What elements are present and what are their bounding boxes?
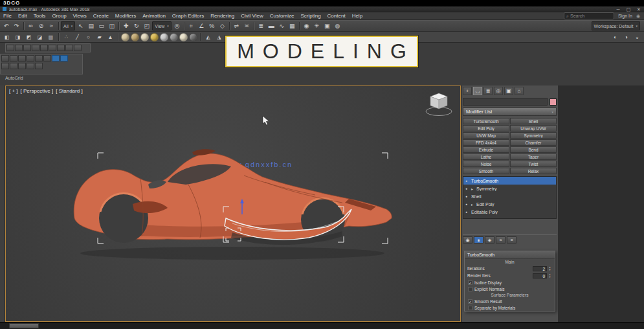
checkbox-separate-by-materials[interactable]: Separate by Materials <box>465 304 555 311</box>
render-production-icon[interactable]: ◍ <box>333 21 342 30</box>
show-end-result[interactable]: ∎ <box>474 236 483 244</box>
mini-button[interactable] <box>74 45 82 51</box>
modifier-button-turbosmooth[interactable]: TurboSmooth <box>463 118 509 124</box>
polygon-mode-icon[interactable]: ▰ <box>94 32 104 41</box>
align-icon[interactable]: ≍ <box>242 21 252 30</box>
checkbox-icon[interactable] <box>468 306 472 310</box>
search-input[interactable]: Search <box>570 14 584 18</box>
mini-button[interactable] <box>23 45 31 51</box>
spinner-snap-toggle-icon[interactable]: ◇ <box>217 21 227 30</box>
configure-modifier-sets[interactable]: ≡ <box>507 236 516 244</box>
modifier-button-edit-poly[interactable]: Edit Poly <box>463 125 509 131</box>
select-by-name-icon[interactable]: ▤ <box>86 21 96 30</box>
unlink-selection-icon[interactable]: ⊘ <box>36 21 46 30</box>
select-object-icon[interactable]: ↖ <box>76 21 85 30</box>
safe-frames-icon[interactable]: ◑ <box>621 32 631 41</box>
rectangular-selection-region-icon[interactable]: ▭ <box>96 21 106 30</box>
stack-item-turbosmooth[interactable]: ●TurboSmooth <box>463 177 556 185</box>
render-setup-icon[interactable]: ✳ <box>312 21 322 30</box>
visibility-icon[interactable]: ● <box>465 194 469 198</box>
undo-icon[interactable]: ↶ <box>1 21 11 30</box>
param-value[interactable]: 0 <box>533 273 547 278</box>
menu-customize[interactable]: Customize <box>267 12 298 19</box>
modifier-button-lathe[interactable]: Lathe <box>463 153 509 160</box>
object-paint-icon[interactable]: ◪ <box>35 32 45 41</box>
hierarchy-tab[interactable]: ≣ <box>483 87 493 95</box>
viewport-menu-pov[interactable]: [ Perspective ] <box>21 88 54 94</box>
menu-content[interactable]: Content <box>324 12 349 19</box>
material-sphere-4[interactable] <box>150 33 159 41</box>
mini-button[interactable] <box>27 55 34 62</box>
modifier-button-smooth[interactable]: Smooth <box>463 168 509 174</box>
checkbox-smooth-result[interactable]: ✓Smooth Result <box>465 298 555 304</box>
close-button[interactable]: ✕ <box>634 6 644 12</box>
mini-button[interactable] <box>18 55 26 62</box>
conform-brush-icon[interactable]: ◮ <box>214 32 224 41</box>
workspace-selector[interactable]: Workspace: Default▾ <box>592 21 640 30</box>
rendered-frame-window-icon[interactable]: ▣ <box>322 21 332 30</box>
mini-button[interactable] <box>49 45 56 51</box>
car-model[interactable] <box>71 142 407 262</box>
use-pivot-point-center-icon[interactable]: ◎ <box>172 21 182 30</box>
modifier-button-extrude[interactable]: Extrude <box>463 146 509 153</box>
spinner-arrows[interactable]: ▴▾ <box>548 273 552 278</box>
modifier-button-twist[interactable]: Twist <box>510 161 557 167</box>
mini-button-blue[interactable] <box>52 55 60 62</box>
checkbox-explicit-normals[interactable]: Explicit Normals <box>465 286 555 292</box>
expand-icon[interactable]: ▸ <box>471 202 474 207</box>
material-sphere-1[interactable] <box>121 33 129 41</box>
vertex-mode-icon[interactable]: ∴ <box>61 32 71 41</box>
curve-editor-icon[interactable]: ∿ <box>277 21 287 30</box>
mini-button[interactable] <box>1 55 9 62</box>
modifier-button-taper[interactable]: Taper <box>510 153 557 160</box>
mini-button[interactable] <box>10 63 17 69</box>
mini-button[interactable] <box>27 63 34 69</box>
modifier-button-unwrap-uvw[interactable]: Unwrap UVW <box>510 125 557 131</box>
create-tab[interactable]: + <box>463 87 472 95</box>
visibility-icon[interactable]: ● <box>465 187 469 190</box>
menu-graph-editors[interactable]: Graph Editors <box>169 12 207 19</box>
mini-button[interactable] <box>35 63 43 69</box>
spinner-arrows[interactable]: ▴▾ <box>548 266 552 271</box>
mini-button[interactable] <box>10 55 17 62</box>
border-mode-icon[interactable]: ○ <box>83 32 93 41</box>
minimize-button[interactable]: ─ <box>613 6 623 12</box>
checkbox-isoline-display[interactable]: ✓Isoline Display <box>465 279 555 286</box>
perspective-viewport[interactable]: [ + ] [ Perspective ] [ Standard ] 缘分CG … <box>5 85 461 322</box>
object-name-field[interactable] <box>463 98 548 106</box>
modifier-button-chamfer[interactable]: Chamfer <box>510 139 557 146</box>
stack-item-edit-poly[interactable]: ●▸Edit Poly <box>463 200 556 208</box>
pin-stack[interactable]: ◉ <box>463 236 472 244</box>
modifier-list-dropdown[interactable]: Modifier List ▾ <box>463 108 557 116</box>
menu-views[interactable]: Views <box>70 12 90 19</box>
reference-coordinate-system[interactable]: View▾ <box>152 21 172 30</box>
select-and-link-icon[interactable]: ∞ <box>26 21 36 30</box>
select-and-move-icon[interactable]: ✚ <box>121 21 131 30</box>
menu-help[interactable]: Help <box>349 12 366 19</box>
object-color-swatch[interactable] <box>550 98 557 106</box>
percent-snap-toggle-icon[interactable]: % <box>207 21 217 30</box>
modifier-button-symmetry[interactable]: Symmetry <box>510 132 557 139</box>
element-mode-icon[interactable]: ▲ <box>105 32 115 41</box>
mirror-icon[interactable]: ⇌ <box>232 21 241 30</box>
mini-button[interactable] <box>57 45 65 51</box>
expand-icon[interactable]: ▸ <box>471 187 474 191</box>
edge-mode-icon[interactable]: ╱ <box>72 32 82 41</box>
modifier-button-relax[interactable]: Relax <box>510 168 557 174</box>
maxscript-mini-listener[interactable] <box>9 323 39 328</box>
material-sphere-5[interactable] <box>160 33 168 41</box>
select-and-rotate-icon[interactable]: ↻ <box>131 21 141 30</box>
sign-in-button[interactable]: Sign In <box>618 14 632 18</box>
select-and-scale-icon[interactable]: ◰ <box>142 21 151 30</box>
material-sphere-3[interactable] <box>140 33 149 41</box>
mini-button[interactable] <box>6 45 14 51</box>
modifier-button-shell[interactable]: Shell <box>510 118 557 124</box>
mini-button[interactable] <box>35 55 43 62</box>
material-editor-icon[interactable]: ◉ <box>302 21 311 30</box>
mini-button[interactable] <box>1 63 9 69</box>
stack-item-symmetry[interactable]: ●▸Symmetry <box>463 185 556 192</box>
mini-button[interactable] <box>65 45 73 51</box>
menu-edit[interactable]: Edit <box>15 12 30 19</box>
material-sphere-2[interactable] <box>131 33 139 41</box>
mini-button-blue[interactable] <box>60 55 68 62</box>
